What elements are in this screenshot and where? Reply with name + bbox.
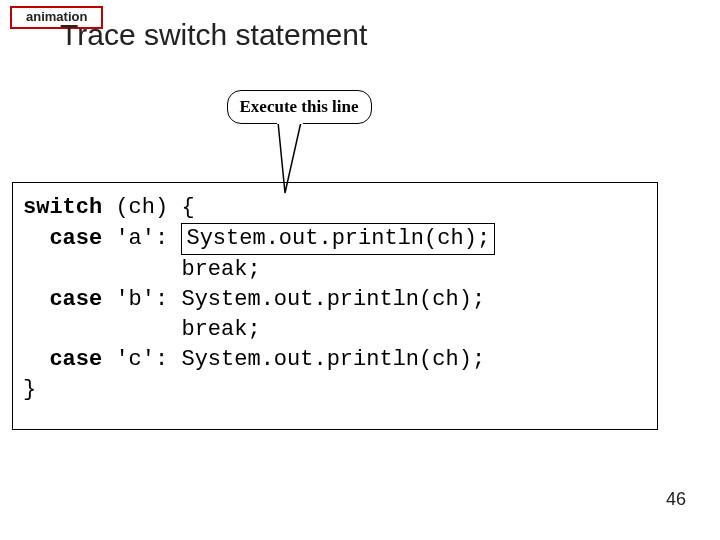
- code-block: switch (ch) { case 'a': System.out.print…: [12, 182, 658, 430]
- page-number: 46: [666, 489, 686, 510]
- case-c: 'c': System.out.println(ch);: [102, 347, 485, 372]
- kw-case-a: case: [49, 226, 102, 251]
- case-b: 'b': System.out.println(ch);: [102, 287, 485, 312]
- semi-b: ;: [247, 317, 260, 342]
- case-a-label: 'a':: [102, 226, 181, 251]
- callout-text: Execute this line: [227, 90, 372, 124]
- close-brace: }: [23, 377, 36, 402]
- kw-case-b: case: [49, 287, 102, 312]
- kw-case-c: case: [49, 347, 102, 372]
- kw-switch: switch: [23, 195, 102, 220]
- break-b: break: [23, 317, 247, 342]
- callout: Execute this line: [209, 90, 389, 124]
- break-a: break;: [23, 257, 261, 282]
- highlighted-stmt: System.out.println(ch);: [181, 223, 495, 255]
- slide-title: Trace switch statement: [60, 18, 367, 52]
- switch-expr: (ch) {: [102, 195, 194, 220]
